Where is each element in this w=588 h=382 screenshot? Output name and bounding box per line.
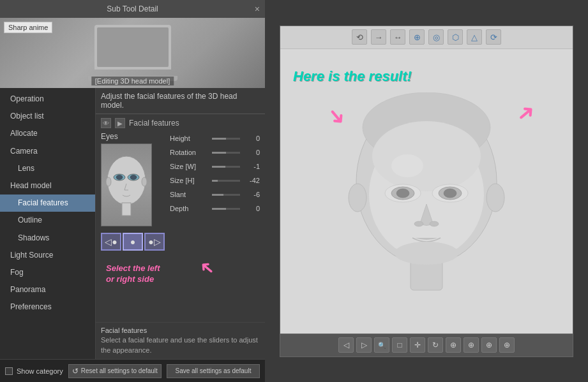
svg-point-17 — [396, 189, 409, 198]
slider-depth-label: Depth — [170, 205, 208, 212]
rotate-btn[interactable]: ↻ — [428, 337, 443, 353]
svg-rect-1 — [122, 203, 131, 216]
zoom-btn[interactable]: 🔍 — [374, 337, 389, 353]
tool-8[interactable]: ⊕ — [464, 337, 479, 353]
annotation-text: Select the left or right side — [106, 263, 160, 285]
canvas-main: Here is the result! ➜ ➜ — [280, 49, 573, 334]
sharp-anime-badge: Sharp anime — [4, 22, 52, 33]
svg-point-21 — [414, 221, 423, 226]
svg-point-0 — [107, 156, 146, 205]
right-content: Adjust the facial features of the 3D hea… — [96, 88, 265, 359]
svg-point-23 — [395, 242, 458, 265]
slider-slant-fill — [212, 194, 223, 196]
eye-selector: ◁● ● ●▷ — [101, 233, 165, 251]
preview-area: Sharp anime [Editing 3D head model] — [0, 18, 265, 88]
annotation-line2: or right side — [106, 274, 160, 285]
eye-preview-face — [102, 144, 151, 226]
tool-icon-7[interactable]: △ — [467, 29, 482, 45]
here-is-result: Here is the result! — [293, 68, 412, 85]
reset-icon: ↺ — [72, 367, 79, 376]
sidebar-item-head-model[interactable]: Head model — [0, 177, 95, 195]
reset-btn[interactable]: ↺ Reset all settings to default — [68, 364, 162, 378]
slider-size-h-fill — [212, 180, 218, 182]
tool-icon-3[interactable]: ↔ — [390, 29, 405, 45]
move-btn[interactable]: ✛ — [410, 337, 425, 353]
eye-toggle-btn[interactable]: 👁 — [101, 118, 111, 128]
save-defaults-btn[interactable]: Save all settings as default — [167, 364, 260, 378]
sidebar: Operation Object list Allocate Camera Le… — [0, 88, 96, 359]
sidebar-item-operation[interactable]: Operation — [0, 91, 95, 108]
laptop-shape — [94, 25, 171, 70]
tool-icon-8[interactable]: ⟳ — [486, 29, 501, 45]
slider-depth-value: 0 — [244, 205, 260, 212]
canvas-area: ⟲ → ↔ ⊕ ◎ ⬡ △ ⟳ Here is the result! ➜ ➜ — [280, 26, 573, 357]
nav-next-btn[interactable]: ▷ — [356, 337, 372, 353]
slider-slant-label: Slant — [170, 191, 208, 198]
sidebar-item-lens[interactable]: Lens — [0, 160, 95, 177]
slider-rotation-row: Rotation 0 — [170, 146, 260, 159]
eye-both-btn[interactable]: ● — [123, 233, 143, 251]
reset-label: Reset all settings to default — [81, 367, 158, 374]
slider-depth-track[interactable] — [212, 208, 240, 210]
slider-size-w-value: -1 — [244, 163, 260, 170]
slider-height-value: 0 — [244, 135, 260, 142]
sidebar-item-object-list[interactable]: Object list — [0, 108, 95, 125]
slider-slant-row: Slant -6 — [170, 188, 260, 201]
show-category-checkbox[interactable] — [5, 367, 13, 375]
eye-preview — [101, 143, 152, 226]
slider-slant-track[interactable] — [212, 194, 240, 196]
window-title: Sub Tool Detail — [107, 4, 158, 13]
slider-size-w-track[interactable] — [212, 166, 240, 168]
eye-right-btn[interactable]: ●▷ — [144, 233, 165, 251]
main-content: Operation Object list Allocate Camera Le… — [0, 88, 265, 359]
sidebar-item-camera[interactable]: Camera — [0, 143, 95, 160]
close-button[interactable]: × — [255, 4, 260, 14]
slider-height-track[interactable] — [212, 138, 240, 140]
slider-size-h-row: Size [H] -42 — [170, 174, 260, 187]
tool-9[interactable]: ⊕ — [481, 337, 497, 353]
slider-size-h-label: Size [H] — [170, 177, 208, 184]
sidebar-item-light-source[interactable]: Light Source — [0, 247, 95, 264]
facial-row: Eyes — [101, 132, 260, 251]
expand-btn[interactable]: ▶ — [115, 118, 125, 128]
left-panel: Sub Tool Detail × Sharp anime [Editing 3… — [0, 0, 265, 382]
panel-title-row: 👁 ▶ Facial features — [101, 118, 260, 128]
eyes-label: Eyes — [101, 132, 165, 141]
eye-left-btn[interactable]: ◁● — [101, 233, 121, 251]
nav-prev-btn[interactable]: ◁ — [338, 337, 354, 353]
tool-icon-2[interactable]: → — [371, 29, 386, 45]
slider-depth-row: Depth 0 — [170, 202, 260, 215]
sidebar-item-shadows[interactable]: Shadows — [0, 230, 95, 247]
svg-point-22 — [430, 221, 439, 226]
sidebar-item-allocate[interactable]: Allocate — [0, 125, 95, 142]
tool-icon-4[interactable]: ⊕ — [409, 29, 425, 45]
slider-rotation-track[interactable] — [212, 152, 240, 154]
tool-icon-6[interactable]: ⬡ — [448, 29, 463, 45]
editing-label: [Editing 3D head model] — [91, 77, 174, 85]
svg-point-5 — [130, 175, 137, 179]
svg-point-6 — [106, 177, 111, 186]
frame-btn[interactable]: □ — [392, 337, 407, 353]
sidebar-item-fog[interactable]: Fog — [0, 264, 95, 281]
bottom-desc-title: Facial features — [101, 327, 260, 334]
tool-icon-5[interactable]: ◎ — [428, 29, 444, 45]
content-header: Adjust the facial features of the 3D hea… — [96, 88, 265, 114]
tool-10[interactable]: ⊕ — [499, 337, 515, 353]
arrow-canvas-2: ➜ — [510, 97, 540, 128]
canvas-toolbar-top: ⟲ → ↔ ⊕ ◎ ⬡ △ ⟳ — [280, 26, 573, 49]
title-bar: Sub Tool Detail × — [0, 0, 265, 18]
sliders-section: Height 0 Rotation 0 — [170, 132, 260, 251]
slider-size-h-track[interactable] — [212, 180, 240, 182]
svg-point-20 — [444, 189, 456, 198]
slider-rotation-value: 0 — [244, 149, 260, 156]
bottom-desc: Facial features Select a facial feature … — [96, 322, 265, 359]
sidebar-item-preferences[interactable]: Preferences — [0, 298, 95, 316]
sidebar-item-panorama[interactable]: Panorama — [0, 281, 95, 298]
tool-icon-1[interactable]: ⟲ — [352, 29, 367, 45]
sidebar-item-facial-features[interactable]: Facial features — [0, 195, 95, 212]
slider-height-fill — [212, 138, 226, 140]
slider-depth-fill — [212, 208, 226, 210]
tool-7[interactable]: ⊕ — [446, 337, 461, 353]
sidebar-item-outline[interactable]: Outline — [0, 212, 95, 229]
show-category-toggle[interactable]: Show category — [5, 367, 63, 375]
